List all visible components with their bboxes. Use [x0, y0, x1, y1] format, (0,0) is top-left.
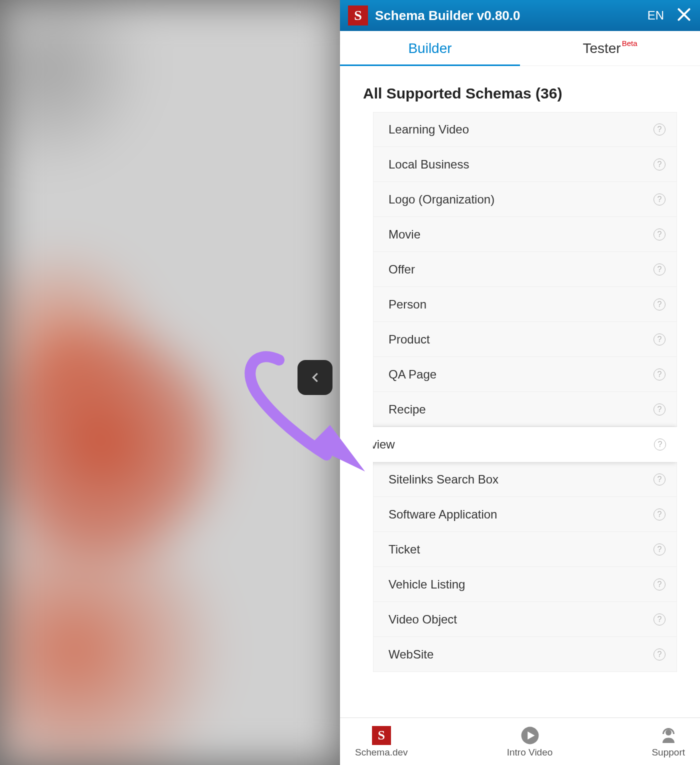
schema-item[interactable]: Person? — [373, 287, 677, 322]
help-icon[interactable]: ? — [654, 228, 666, 240]
help-icon[interactable]: ? — [654, 298, 666, 310]
titlebar: S Schema Builder v0.80.0 EN — [340, 0, 700, 31]
tab-tester-badge: Beta — [622, 39, 638, 48]
schema-item[interactable]: Video Object? — [373, 602, 677, 637]
help-icon[interactable]: ? — [654, 508, 666, 520]
svg-point-3 — [666, 730, 672, 736]
bottom-link-schema-dev[interactable]: S Schema.dev — [355, 726, 408, 758]
schema-item[interactable]: Movie? — [373, 217, 677, 252]
close-button[interactable] — [676, 6, 692, 24]
schema-item-label: Logo (Organization) — [388, 192, 654, 206]
tab-builder[interactable]: Builder — [340, 31, 520, 66]
bottom-link-support[interactable]: Support — [652, 726, 685, 758]
schema-item[interactable]: Product? — [373, 322, 677, 357]
schema-item-label: Movie — [388, 228, 654, 242]
schema-item[interactable]: Sitelinks Search Box? — [373, 462, 677, 497]
schema-item[interactable]: Logo (Organization)? — [373, 182, 677, 217]
bottom-link-intro-video[interactable]: Intro Video — [507, 726, 553, 758]
schema-item-label: Offer — [388, 262, 654, 276]
help-icon[interactable]: ? — [654, 334, 666, 346]
backdrop-overlay — [0, 0, 340, 765]
schema-item-label: Person — [388, 298, 654, 312]
help-icon[interactable]: ? — [654, 474, 666, 486]
schema-item[interactable]: Vehicle Listing? — [373, 567, 677, 602]
schema-item-label: QA Page — [388, 368, 654, 382]
schema-item-label: Recipe — [388, 402, 654, 416]
tab-builder-label: Builder — [408, 40, 452, 56]
schema-item[interactable]: Recipe? — [373, 392, 677, 427]
schema-list[interactable]: Learning Video?Local Business?Logo (Orga… — [373, 112, 677, 702]
backdrop-blur — [0, 0, 340, 765]
schema-item[interactable]: Local Business? — [373, 147, 677, 182]
schema-item[interactable]: Review? — [373, 427, 677, 462]
help-icon[interactable]: ? — [654, 264, 666, 276]
tab-bar: Builder TesterBeta — [340, 31, 700, 66]
schema-item[interactable]: Offer? — [373, 252, 677, 287]
schema-item-label: Ticket — [388, 542, 654, 556]
schema-item-label: WebSite — [388, 648, 654, 662]
tab-tester[interactable]: TesterBeta — [520, 31, 700, 66]
schema-item-label: Review — [373, 438, 654, 452]
section-title: All Supported Schemas (36) — [363, 85, 680, 102]
app-logo: S — [348, 6, 368, 26]
schema-item[interactable]: Ticket? — [373, 532, 677, 567]
bottom-label: Intro Video — [507, 747, 553, 758]
bottom-label: Schema.dev — [355, 747, 408, 758]
schema-dev-logo-icon: S — [372, 726, 392, 746]
bottom-bar: S Schema.dev Intro Video Support — [340, 718, 700, 765]
language-switcher[interactable]: EN — [648, 8, 664, 22]
schema-item-label: Software Application — [388, 508, 654, 522]
schema-item-label: Local Business — [388, 158, 654, 172]
help-icon[interactable]: ? — [654, 578, 666, 590]
schema-item[interactable]: WebSite? — [373, 637, 677, 672]
help-icon[interactable]: ? — [654, 158, 666, 170]
schema-builder-panel: S Schema Builder v0.80.0 EN Builder Test… — [340, 0, 700, 765]
schema-item-label: Video Object — [388, 612, 654, 626]
help-icon[interactable]: ? — [654, 438, 666, 450]
app-title: Schema Builder v0.80.0 — [375, 8, 640, 24]
panel-collapse-button[interactable] — [298, 360, 332, 395]
help-icon[interactable]: ? — [654, 648, 666, 660]
schema-item[interactable]: Learning Video? — [373, 112, 677, 147]
help-icon[interactable]: ? — [654, 544, 666, 556]
help-icon[interactable]: ? — [654, 194, 666, 206]
schema-item[interactable]: QA Page? — [373, 357, 677, 392]
help-icon[interactable]: ? — [654, 368, 666, 380]
schema-item-label: Product — [388, 332, 654, 346]
bottom-label: Support — [652, 747, 685, 758]
support-icon — [658, 726, 678, 746]
schema-item-label: Vehicle Listing — [388, 578, 654, 592]
schema-item-label: Learning Video — [388, 122, 654, 136]
schema-item-label: Sitelinks Search Box — [388, 472, 654, 486]
content-area: All Supported Schemas (36) Learning Vide… — [340, 66, 700, 718]
tab-tester-label: Tester — [582, 40, 620, 56]
play-icon — [520, 726, 540, 746]
help-icon[interactable]: ? — [654, 124, 666, 136]
help-icon[interactable]: ? — [654, 614, 666, 626]
chevron-left-icon — [308, 370, 322, 384]
help-icon[interactable]: ? — [654, 404, 666, 416]
schema-item[interactable]: Software Application? — [373, 497, 677, 532]
close-icon — [676, 6, 692, 22]
